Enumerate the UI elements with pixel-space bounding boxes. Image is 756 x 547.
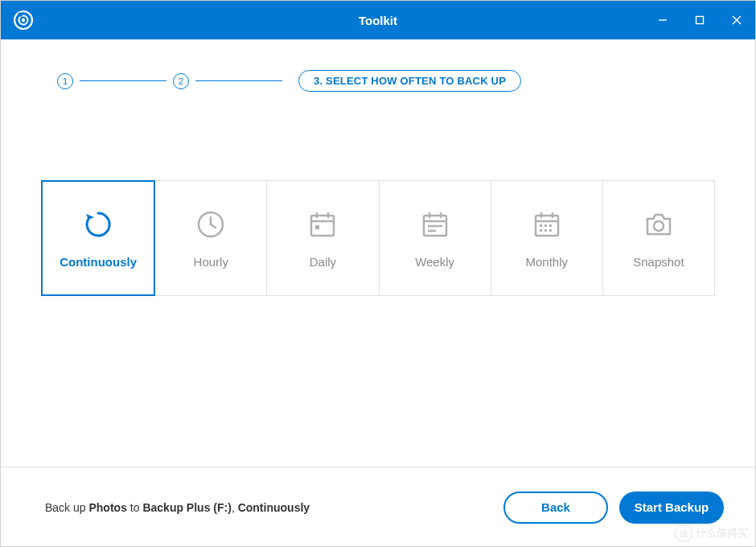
step-connector [80,80,166,81]
clock-icon [195,208,227,241]
svg-rect-26 [544,224,547,227]
svg-rect-27 [549,224,552,227]
svg-rect-14 [315,225,319,229]
summary-mid: to [127,501,142,514]
summary-source: Photos [88,501,126,514]
option-label: Daily [310,255,336,269]
option-weekly[interactable]: Weekly [380,180,491,296]
svg-rect-30 [549,229,552,232]
summary-sep: , [232,501,238,514]
step-1[interactable]: 1 [57,73,73,89]
window-title: Toolkit [359,14,397,27]
option-label: Weekly [415,255,454,269]
window-controls [644,1,755,39]
app-logo-icon [12,9,35,31]
close-button[interactable] [718,1,755,39]
footer-buttons: Back Start Backup [503,491,724,524]
start-backup-button[interactable]: Start Backup [619,491,724,524]
main-content: 1 2 3. SELECT HOW OFTEN TO BACK UP Conti… [1,39,755,466]
option-label: Hourly [194,255,228,269]
summary-prefix: Back up [45,501,88,514]
backup-summary: Back up Photos to Backup Plus (F:), Cont… [45,501,310,514]
step-3-active: 3. SELECT HOW OFTEN TO BACK UP [298,70,521,92]
calendar-day-icon [306,208,339,241]
svg-rect-28 [540,229,542,232]
svg-rect-25 [540,224,542,227]
svg-point-2 [22,19,25,22]
maximize-button[interactable] [681,1,718,39]
option-label: Continuously [60,255,137,269]
svg-point-31 [654,221,664,231]
svg-line-9 [211,224,216,228]
wizard-stepper: 1 2 3. SELECT HOW OFTEN TO BACK UP [57,70,715,92]
footer-bar: Back up Photos to Backup Plus (F:), Cont… [0,467,756,547]
option-label: Snapshot [633,255,684,269]
svg-rect-29 [544,229,547,232]
summary-frequency: Continuously [238,501,310,514]
frequency-options: Continuously Hourly [41,180,715,296]
svg-rect-4 [696,17,704,24]
back-button[interactable]: Back [503,491,608,524]
option-label: Monthly [526,255,569,269]
step-2[interactable]: 2 [173,73,189,89]
summary-destination: Backup Plus (F:) [142,501,231,514]
option-monthly[interactable]: Monthly [491,180,603,296]
titlebar: Toolkit [1,1,755,39]
option-snapshot[interactable]: Snapshot [603,180,715,296]
option-hourly[interactable]: Hourly [155,180,267,296]
option-daily[interactable]: Daily [267,180,379,296]
option-continuously[interactable]: Continuously [41,180,155,296]
undo-icon [82,208,114,241]
minimize-button[interactable] [644,1,681,39]
camera-icon [643,208,675,241]
step-connector [195,80,282,81]
svg-rect-10 [311,216,334,236]
calendar-week-icon [419,208,451,241]
calendar-month-icon [531,208,563,241]
